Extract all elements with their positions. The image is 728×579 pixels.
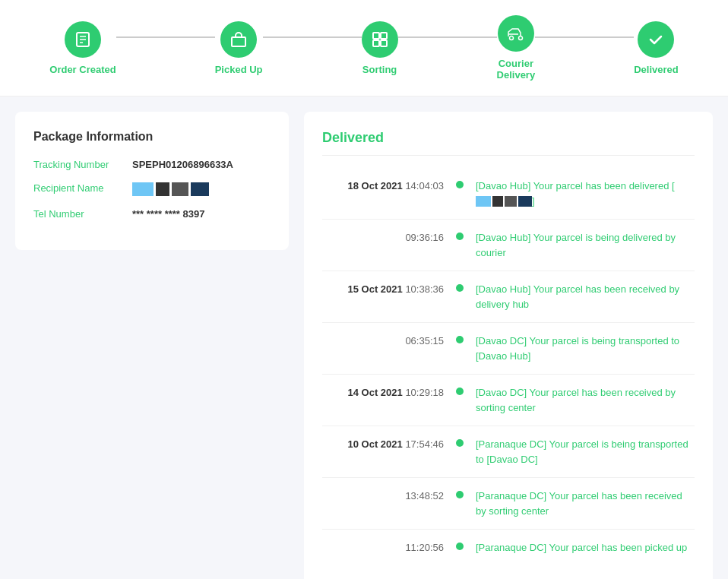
event-dot-col bbox=[456, 179, 464, 188]
name-block-1 bbox=[132, 182, 154, 196]
svg-rect-6 bbox=[381, 33, 387, 39]
svg-rect-4 bbox=[232, 37, 245, 46]
tracking-number-label: Tracking Number bbox=[33, 159, 125, 170]
tracking-panel: Delivered 18 Oct 2021 14:04:03 [Davao Hu… bbox=[304, 112, 713, 579]
event-dot bbox=[456, 439, 464, 447]
recipient-name-blocks bbox=[132, 182, 209, 196]
event-row: 18 Oct 2021 14:04:03 [Davao Hub] Your pa… bbox=[322, 168, 695, 220]
name-block-4 bbox=[191, 182, 209, 196]
tel-number-value: *** **** **** 8397 bbox=[132, 208, 204, 220]
event-dot bbox=[456, 388, 464, 395]
step-sorting: Sorting bbox=[362, 21, 398, 75]
event-dot bbox=[456, 336, 464, 343]
event-row: 10 Oct 2021 17:54:46 [Paranaque DC] Your… bbox=[322, 426, 695, 478]
event-time: 15 Oct 2021 10:38:36 bbox=[322, 282, 444, 297]
event-dot bbox=[456, 233, 464, 240]
step-picked-up: Picked Up bbox=[215, 21, 263, 75]
event-dot-col bbox=[456, 437, 464, 447]
event-description: [Paranaque DC] Your parcel is being tran… bbox=[476, 437, 695, 467]
event-dot-col bbox=[456, 334, 464, 343]
event-dot bbox=[456, 181, 464, 188]
name-block-2 bbox=[156, 182, 169, 196]
progress-bar: Order Created Picked Up Sorting bbox=[0, 0, 728, 96]
event-description: [Davao Hub] Your parcel has been deliver… bbox=[476, 179, 695, 208]
event-description: [Davao DC] Your parcel has been received… bbox=[476, 385, 695, 415]
svg-rect-8 bbox=[381, 40, 387, 46]
event-row: 15 Oct 2021 10:38:36 [Davao Hub] Your pa… bbox=[322, 271, 695, 323]
event-description: [Davao DC] Your parcel is being transpor… bbox=[476, 334, 695, 363]
step-courier-delivery-label: CourierDelivery bbox=[497, 58, 536, 81]
main-content: Package Information Tracking Number SPEP… bbox=[0, 96, 728, 579]
event-description: [Paranaque DC] Your parcel has been rece… bbox=[476, 489, 695, 518]
tracking-number-row: Tracking Number SPEPH01206896633A bbox=[33, 159, 271, 170]
event-description: [Paranaque DC] Your parcel has been pick… bbox=[476, 540, 695, 555]
event-time: 06:35:15 bbox=[322, 334, 444, 349]
tracking-events-list: 18 Oct 2021 14:04:03 [Davao Hub] Your pa… bbox=[322, 168, 695, 566]
event-time: 13:48:52 bbox=[322, 489, 444, 504]
event-row: 13:48:52 [Paranaque DC] Your parcel has … bbox=[322, 478, 695, 530]
step-delivered-label: Delivered bbox=[634, 64, 679, 75]
step-order-created: Order Created bbox=[49, 21, 116, 75]
event-time: 18 Oct 2021 14:04:03 bbox=[322, 179, 444, 194]
tracking-title: Delivered bbox=[322, 130, 695, 156]
step-sorting-label: Sorting bbox=[362, 64, 397, 75]
tel-number-row: Tel Number *** **** **** 8397 bbox=[33, 208, 271, 220]
event-row: 14 Oct 2021 10:29:18 [Davao DC] Your par… bbox=[322, 375, 695, 426]
event-dot-col bbox=[456, 540, 464, 550]
recipient-name-label: Recipient Name bbox=[33, 182, 125, 194]
tel-number-label: Tel Number bbox=[33, 208, 125, 220]
recipient-name-row: Recipient Name bbox=[33, 182, 271, 196]
step-picked-up-icon bbox=[220, 21, 257, 58]
event-row: 06:35:15 [Davao DC] Your parcel is being… bbox=[322, 323, 695, 375]
event-time: 11:20:56 bbox=[322, 540, 444, 555]
name-block-3 bbox=[172, 182, 188, 196]
step-delivered: Delivered bbox=[634, 21, 679, 75]
svg-point-9 bbox=[509, 36, 513, 40]
event-dot bbox=[456, 543, 464, 550]
event-dot-col bbox=[456, 282, 464, 292]
step-courier-delivery-icon bbox=[498, 15, 534, 52]
event-time: 14 Oct 2021 10:29:18 bbox=[322, 385, 444, 400]
connector-3 bbox=[398, 36, 497, 38]
connector-1 bbox=[116, 36, 215, 38]
svg-rect-5 bbox=[373, 33, 379, 39]
event-dot bbox=[456, 491, 464, 498]
svg-rect-7 bbox=[373, 40, 379, 46]
tracking-number-value: SPEPH01206896633A bbox=[132, 159, 233, 170]
package-info-title: Package Information bbox=[33, 130, 271, 144]
event-time: 09:36:16 bbox=[322, 230, 444, 245]
step-sorting-icon bbox=[362, 21, 398, 58]
step-order-created-label: Order Created bbox=[49, 64, 116, 75]
event-time: 10 Oct 2021 17:54:46 bbox=[322, 437, 444, 452]
svg-point-10 bbox=[518, 36, 522, 40]
connector-4 bbox=[535, 36, 634, 38]
event-row: 11:20:56 [Paranaque DC] Your parcel has … bbox=[322, 530, 695, 566]
event-dot-col bbox=[456, 230, 464, 240]
step-delivered-icon bbox=[638, 21, 674, 58]
event-dot-col bbox=[456, 385, 464, 395]
package-info-panel: Package Information Tracking Number SPEP… bbox=[15, 112, 289, 250]
step-order-created-icon bbox=[65, 21, 101, 58]
recipient-name-inline bbox=[476, 196, 532, 207]
event-row: 09:36:16 [Davao Hub] Your parcel is bein… bbox=[322, 220, 695, 271]
event-dot-col bbox=[456, 489, 464, 498]
step-picked-up-label: Picked Up bbox=[215, 64, 263, 75]
connector-2 bbox=[263, 36, 362, 38]
event-description: [Davao Hub] Your parcel has been receive… bbox=[476, 282, 695, 312]
step-courier-delivery: CourierDelivery bbox=[497, 15, 536, 81]
event-dot bbox=[456, 284, 464, 292]
event-description: [Davao Hub] Your parcel is being deliver… bbox=[476, 230, 695, 260]
